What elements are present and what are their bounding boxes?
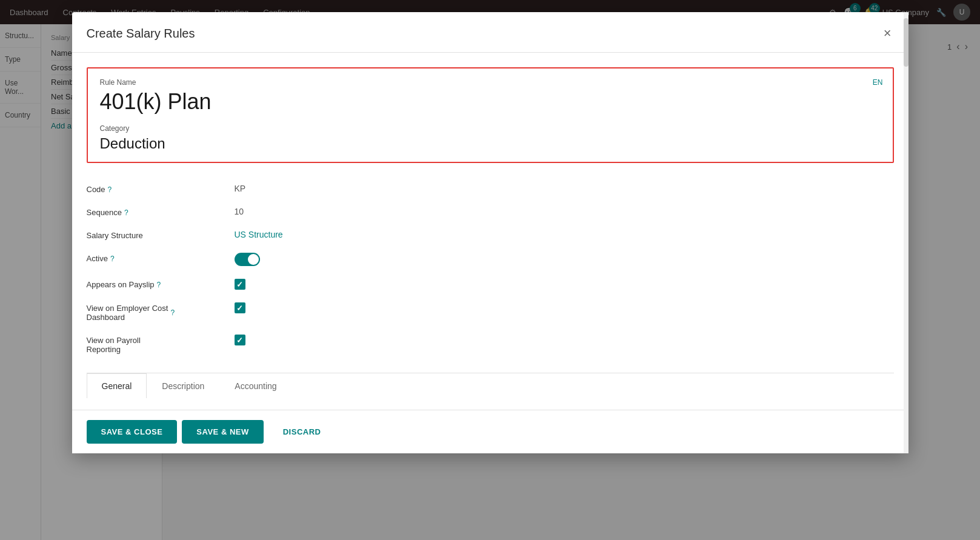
scrollbar-thumb	[904, 18, 908, 67]
category-value[interactable]: Deduction	[100, 135, 881, 152]
code-label: Code ?	[87, 184, 220, 194]
employer-cost-help-icon[interactable]: ?	[170, 308, 175, 317]
code-help-icon[interactable]: ?	[108, 185, 112, 194]
salary-structure-value[interactable]: US Structure	[235, 230, 894, 239]
code-value[interactable]: KP	[235, 184, 894, 193]
modal-close-button[interactable]: ×	[881, 24, 894, 42]
modal-scrollbar[interactable]	[904, 12, 908, 453]
checkmark-icon: ✓	[236, 280, 243, 289]
modal-title: Create Salary Rules	[87, 27, 195, 41]
rule-name-label: Rule Name	[100, 78, 881, 87]
payroll-reporting-checkbox[interactable]: ✓	[235, 335, 245, 345]
appears-payslip-label: Appears on Payslip ?	[87, 279, 220, 289]
active-field-row: Active ?	[87, 247, 894, 273]
modal-body: EN Rule Name 401(k) Plan Category Deduct…	[72, 53, 908, 410]
tab-description[interactable]: Description	[147, 373, 219, 398]
modal-header: Create Salary Rules ×	[72, 12, 908, 53]
rule-name-section: EN Rule Name 401(k) Plan Category Deduct…	[87, 67, 894, 163]
modal-overlay: Create Salary Rules × EN Rule Name 401(k…	[0, 0, 980, 540]
tab-accounting[interactable]: Accounting	[219, 373, 292, 398]
code-field-row: Code ? KP	[87, 178, 894, 201]
payroll-reporting-label: View on PayrollReporting	[87, 335, 220, 354]
tab-general[interactable]: General	[87, 373, 147, 398]
sequence-help-icon[interactable]: ?	[124, 208, 128, 217]
category-label: Category	[100, 124, 881, 133]
appears-payslip-field-row: Appears on Payslip ? ✓	[87, 273, 894, 296]
sequence-label: Sequence ?	[87, 207, 220, 217]
save-close-button[interactable]: SAVE & CLOSE	[87, 420, 178, 444]
language-badge[interactable]: EN	[873, 78, 883, 87]
appears-payslip-checkbox[interactable]: ✓	[235, 279, 245, 290]
employer-cost-checkbox[interactable]: ✓	[235, 302, 245, 313]
active-help-icon[interactable]: ?	[110, 255, 115, 263]
rule-name-value[interactable]: 401(k) Plan	[100, 89, 881, 115]
create-salary-rules-modal: Create Salary Rules × EN Rule Name 401(k…	[72, 12, 908, 453]
active-toggle[interactable]	[235, 253, 260, 266]
employer-cost-field-row: View on Employer CostDashboard ? ✓	[87, 296, 894, 328]
checkmark-icon-2: ✓	[236, 304, 243, 313]
checkmark-icon-3: ✓	[236, 336, 243, 345]
active-label: Active ?	[87, 253, 220, 263]
sequence-field-row: Sequence ? 10	[87, 201, 894, 224]
salary-structure-label: Salary Structure	[87, 230, 220, 240]
salary-structure-field-row: Salary Structure US Structure	[87, 224, 894, 247]
appears-payslip-help-icon[interactable]: ?	[157, 281, 161, 289]
payroll-reporting-field-row: View on PayrollReporting ✓	[87, 328, 894, 361]
save-new-button[interactable]: SAVE & NEW	[182, 420, 263, 444]
tab-bar: General Description Accounting	[87, 373, 894, 398]
toggle-knob	[248, 254, 259, 265]
discard-button[interactable]: DISCARD	[268, 420, 336, 444]
modal-footer: SAVE & CLOSE SAVE & NEW DISCARD	[72, 410, 908, 453]
employer-cost-label: View on Employer CostDashboard ?	[87, 302, 220, 322]
sequence-value[interactable]: 10	[235, 207, 894, 216]
